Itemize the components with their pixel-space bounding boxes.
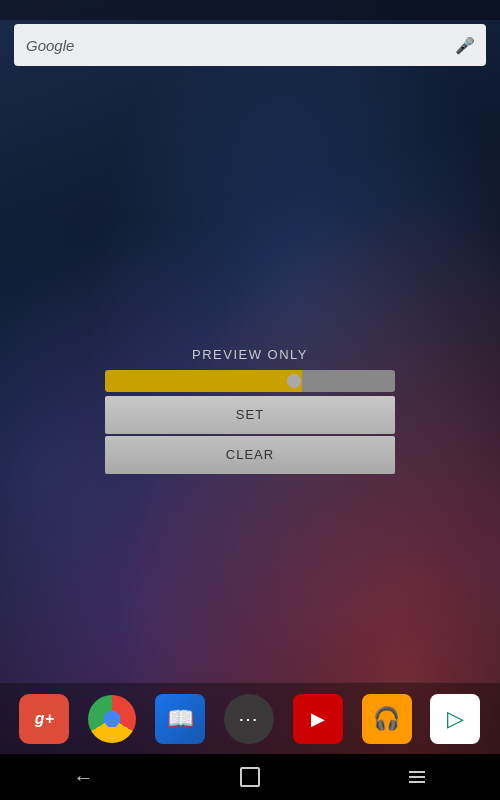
brightness-slider[interactable]: [105, 370, 395, 392]
recents-icon: [409, 771, 425, 783]
set-button[interactable]: SET: [105, 396, 395, 434]
navigation-bar: ←: [0, 754, 500, 800]
widget-overlay: PREVIEW ONLY SET CLEAR: [0, 0, 500, 800]
status-bar: [0, 0, 500, 20]
preview-label: PREVIEW ONLY: [192, 347, 308, 362]
recents-button[interactable]: [392, 759, 442, 795]
clear-button[interactable]: CLEAR: [105, 436, 395, 474]
back-icon: ←: [73, 766, 93, 789]
back-button[interactable]: ←: [58, 759, 108, 795]
home-icon: [240, 767, 260, 787]
home-button[interactable]: [225, 759, 275, 795]
widget-container: PREVIEW ONLY SET CLEAR: [105, 347, 395, 474]
slider-thumb[interactable]: [287, 374, 301, 388]
